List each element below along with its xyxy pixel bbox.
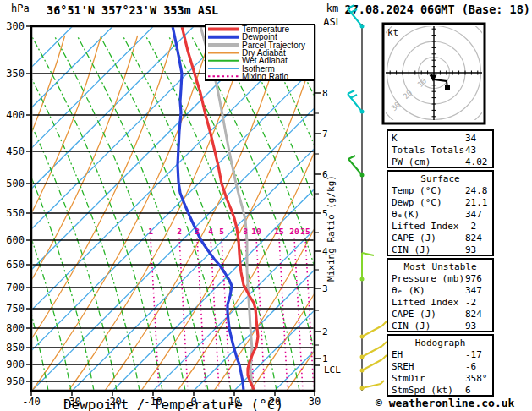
- copyright-credit: © weatheronline.co.uk: [376, 397, 514, 409]
- mixing-ratio-label: 10: [251, 227, 261, 236]
- most-unstable-table: Most Unstable Pressure (mb)976 θₑ (K)347…: [387, 258, 494, 332]
- wind-barb: [348, 90, 354, 94]
- km-tick-label: 8: [322, 88, 328, 99]
- wind-barb: [350, 95, 357, 98]
- row-label: Lifted Index: [392, 297, 458, 309]
- mixing-ratio-label: 15: [274, 227, 284, 236]
- pressure-tick-label: 600: [6, 234, 25, 246]
- mixing-ratio-label: 2: [177, 227, 182, 236]
- wind-barb-station-dot: [360, 277, 365, 282]
- pressure-tick-label: 950: [6, 375, 25, 387]
- wind-barb: [348, 159, 362, 175]
- row-label: CAPE (J): [392, 309, 436, 321]
- mixing-ratio-label: 20: [289, 227, 299, 236]
- indices-table: K34 Totals Totals43 PW (cm)4.02: [387, 129, 494, 168]
- pressure-tick-label: 800: [6, 322, 25, 334]
- isotherm-line: [0, 26, 194, 391]
- table-row: Lifted Index-2: [388, 221, 492, 233]
- table-row: Temp (°C)24.8: [388, 185, 492, 197]
- table-row: StmDir358°: [388, 373, 492, 385]
- wind-barb: [362, 384, 381, 388]
- mixing-ratio-line: [151, 238, 159, 391]
- wind-barb-station-dot: [360, 173, 365, 178]
- row-value: 93: [465, 321, 476, 332]
- table-row: Dewp (°C)21.1: [388, 197, 492, 209]
- temp-tick-label: -40: [22, 396, 41, 408]
- wind-barb: [362, 359, 382, 370]
- table-title: Hodograph: [388, 337, 492, 349]
- km-tick-label: 7: [322, 129, 328, 140]
- pressure-tick-label: 500: [6, 178, 25, 189]
- wind-barb-station-dot: [360, 369, 365, 373]
- row-value: 824: [465, 309, 482, 321]
- table-row: θₑ (K)347: [388, 285, 492, 297]
- table-row: K34: [388, 133, 492, 145]
- row-value: 976: [465, 273, 482, 285]
- pressure-tick-label: 650: [6, 259, 25, 271]
- table-row: SREH-6: [388, 361, 492, 373]
- row-value: -6: [465, 361, 476, 373]
- row-label: StmSpd (kt): [392, 385, 453, 397]
- table-row: Lifted Index-2: [388, 297, 492, 309]
- row-value: 824: [465, 233, 482, 244]
- mixing-ratio-line: [305, 238, 314, 391]
- row-label: CIN (J): [392, 244, 431, 256]
- table-row: CAPE (J)824: [388, 309, 492, 321]
- table-row: Pressure (mb)976: [388, 273, 492, 285]
- altitude-axis-unit-km: km: [326, 3, 338, 14]
- mixing-ratio-axis-title: Mixing Ratio (g/kg): [326, 175, 337, 282]
- legend: Temperature Dewpoint Parcel Trajectory D…: [206, 25, 315, 81]
- hodograph: kt 102030: [371, 10, 496, 135]
- pressure-tick-label: 350: [6, 68, 25, 79]
- table-row: EH-17: [388, 349, 492, 361]
- altitude-axis-unit-asl: ASL: [323, 16, 342, 28]
- row-label: PW (cm): [392, 156, 431, 168]
- surface-table: Surface Temp (°C)24.8 Dewp (°C)21.1 θₑ(K…: [387, 170, 494, 256]
- row-label: θₑ (K): [392, 285, 425, 297]
- mixing-ratio-label: 8: [243, 227, 248, 236]
- wind-barb-station-dot: [360, 335, 365, 339]
- pressure-tick-label: 900: [6, 359, 25, 370]
- pressure-tick-label: 400: [6, 109, 25, 121]
- km-tick-label: 2: [322, 326, 328, 337]
- row-value: 93: [465, 244, 476, 256]
- lcl-label: LCL: [324, 364, 341, 375]
- pressure-tick-label: 700: [6, 282, 25, 293]
- pressure-tick-label: 850: [6, 342, 25, 353]
- table-row: Totals Totals43: [388, 145, 492, 156]
- row-value: 43: [465, 145, 476, 156]
- row-label: Temp (°C): [392, 185, 442, 197]
- pressure-axis-unit: hPa: [11, 3, 30, 14]
- skewt-sounding-page: 3003504004505005506006507007508008509009…: [0, 0, 532, 411]
- table-row: PW (cm)4.02: [388, 156, 492, 168]
- pressure-tick-label: 750: [6, 303, 25, 315]
- row-label: Dewp (°C): [392, 197, 442, 209]
- row-value: 24.8: [465, 185, 488, 197]
- row-label: Pressure (mb): [392, 273, 464, 285]
- row-value: 21.1: [465, 197, 488, 209]
- table-row: θₑ(K)347: [388, 209, 492, 221]
- wind-barb-column: [348, 5, 387, 391]
- temp-tick-label: 30: [309, 396, 321, 408]
- mixing-ratio-label: 1: [148, 227, 153, 236]
- mixing-ratio-label: 5: [219, 227, 224, 236]
- mixing-ratio-line: [197, 238, 206, 391]
- mixing-ratio-label: 3: [195, 227, 200, 236]
- table-row: CIN (J)93: [388, 321, 492, 332]
- row-label: Lifted Index: [392, 221, 458, 233]
- table-row: CIN (J)93: [388, 244, 492, 256]
- table-title: Most Unstable: [388, 261, 492, 273]
- row-value: 347: [465, 209, 482, 221]
- wind-barb: [362, 326, 382, 337]
- row-value: 34: [465, 133, 476, 145]
- table-title: Surface: [388, 173, 492, 185]
- wind-barb-station-dot: [360, 25, 365, 29]
- run-datetime: 27.08.2024 06GMT (Base: 18): [345, 3, 530, 16]
- row-value: 358°: [465, 373, 488, 385]
- row-value: -2: [465, 297, 476, 309]
- legend-line-samples: [208, 30, 239, 77]
- row-label: Totals Totals: [392, 145, 464, 156]
- km-tick-label: 1: [322, 353, 328, 364]
- row-value: 347: [465, 285, 482, 297]
- pressure-tick-label: 550: [6, 207, 25, 219]
